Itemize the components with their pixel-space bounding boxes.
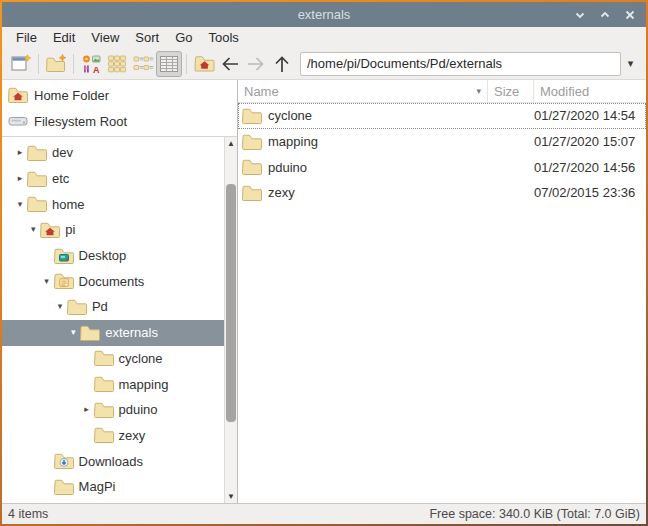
place-home-folder[interactable]: Home Folder <box>2 82 237 108</box>
maximize-button[interactable] <box>597 7 613 23</box>
tree-item-zexy[interactable]: zexy <box>2 423 224 449</box>
tree-item-label: mapping <box>119 377 169 392</box>
expander-expanded-icon[interactable]: ▾ <box>13 200 27 209</box>
expander-expanded-icon[interactable]: ▾ <box>66 328 80 337</box>
tree-item-label: Downloads <box>79 454 143 469</box>
expander-expanded-icon[interactable]: ▾ <box>53 302 67 311</box>
new-folder-button[interactable] <box>43 51 69 77</box>
thumbnail-view-icon: A <box>80 53 102 75</box>
chevron-down-icon <box>574 9 586 21</box>
column-header-name[interactable]: Name ▾ <box>238 80 488 102</box>
menu-file[interactable]: File <box>8 28 45 47</box>
new-window-icon <box>10 53 32 75</box>
file-modified-cell: 01/27/2020 14:54 <box>534 108 646 123</box>
folder-icon <box>94 350 114 366</box>
arrow-left-icon <box>219 53 241 75</box>
tree-scrollbar[interactable]: ▲ ▼ <box>224 137 237 503</box>
close-button[interactable] <box>622 7 638 23</box>
expander-expanded-icon[interactable]: ▾ <box>40 277 54 286</box>
svg-text:A: A <box>93 64 100 74</box>
folder-icon <box>94 427 114 443</box>
scrollbar-thumb[interactable] <box>226 184 236 422</box>
new-window-button[interactable] <box>8 51 34 77</box>
home-icon <box>194 55 215 72</box>
toolbar-separator <box>186 54 187 74</box>
column-header-size[interactable]: Size <box>488 80 534 102</box>
tree-item-pd[interactable]: ▾Pd <box>2 294 224 320</box>
tree-item-label: Pd <box>92 299 108 314</box>
icon-view-icon <box>106 53 128 75</box>
main-area: Home FolderFilesystem Root ▸dev▸etc▾home… <box>2 80 646 503</box>
detailed-list-icon <box>158 53 180 75</box>
tree-item-label: cyclone <box>119 351 163 366</box>
column-label: Size <box>494 84 519 99</box>
menu-sort[interactable]: Sort <box>127 28 167 47</box>
downloads-folder-icon <box>54 453 74 469</box>
expander-expanded-icon[interactable]: ▾ <box>26 225 40 234</box>
tree-item-dev[interactable]: ▸dev <box>2 140 224 166</box>
expander-collapsed-icon[interactable]: ▸ <box>13 148 27 157</box>
window-title: externals <box>298 7 351 22</box>
minimize-button[interactable] <box>572 7 588 23</box>
tree-item-pduino[interactable]: ▸pduino <box>2 397 224 423</box>
folder-icon <box>80 325 100 341</box>
detailed-list-view-button[interactable] <box>156 51 182 77</box>
file-row-cyclone[interactable]: cyclone01/27/2020 14:54 <box>238 103 646 129</box>
folder-icon <box>242 108 262 124</box>
folder-icon <box>67 299 87 315</box>
tree-item-label: zexy <box>119 428 146 443</box>
folder-icon <box>242 159 262 175</box>
file-name-label: zexy <box>268 185 295 200</box>
back-button[interactable] <box>217 51 243 77</box>
chevron-up-icon <box>599 9 611 21</box>
folder-icon <box>27 171 47 187</box>
up-button[interactable] <box>269 51 295 77</box>
tree-pane: ▸dev▸etc▾home▾piDesktop▾Documents▾Pd▾ext… <box>2 137 237 503</box>
tree-item-home[interactable]: ▾home <box>2 191 224 217</box>
tree-item-desktop[interactable]: Desktop <box>2 243 224 269</box>
folder-icon <box>242 134 262 150</box>
compact-view-button[interactable] <box>130 51 156 77</box>
tree-item-pi[interactable]: ▾pi <box>2 217 224 243</box>
tree-item-cyclone[interactable]: cyclone <box>2 346 224 372</box>
path-input[interactable] <box>300 52 621 76</box>
menu-edit[interactable]: Edit <box>45 28 83 47</box>
folder-icon <box>94 376 114 392</box>
file-name-cell: mapping <box>238 134 488 150</box>
new-folder-icon <box>45 53 67 75</box>
tree-item-externals[interactable]: ▾externals <box>2 320 224 346</box>
expander-collapsed-icon[interactable]: ▸ <box>13 174 27 183</box>
tree-item-documents[interactable]: ▾Documents <box>2 268 224 294</box>
tree-item-magpi[interactable]: MagPi <box>2 474 224 500</box>
path-dropdown-button[interactable]: ▾ <box>621 52 640 76</box>
file-row-mapping[interactable]: mapping01/27/2020 15:07 <box>238 129 646 155</box>
place-filesystem-root[interactable]: Filesystem Root <box>2 108 237 134</box>
file-row-pduino[interactable]: pduino01/27/2020 14:56 <box>238 154 646 180</box>
documents-folder-icon <box>54 273 74 289</box>
tree-item-downloads[interactable]: Downloads <box>2 448 224 474</box>
titlebar[interactable]: externals <box>2 2 646 27</box>
tree-item-etc[interactable]: ▸etc <box>2 166 224 192</box>
icon-view-button[interactable] <box>104 51 130 77</box>
file-name-label: cyclone <box>268 108 312 123</box>
file-manager-window: externals FileEditViewSortGoTools A ▾ Ho… <box>2 2 646 524</box>
file-row-zexy[interactable]: zexy07/02/2015 23:36 <box>238 180 646 206</box>
menu-view[interactable]: View <box>83 28 127 47</box>
close-icon <box>624 9 636 21</box>
window-frame: externals FileEditViewSortGoTools A ▾ Ho… <box>0 0 648 526</box>
menu-go[interactable]: Go <box>167 28 200 47</box>
tree-item-mapping[interactable]: mapping <box>2 371 224 397</box>
place-label: Home Folder <box>34 88 109 103</box>
thumbnail-view-button[interactable]: A <box>78 51 104 77</box>
home-button[interactable] <box>191 51 217 77</box>
file-rows: cyclone01/27/2020 14:54mapping01/27/2020… <box>238 103 646 206</box>
toolbar-buttons: A <box>8 51 295 77</box>
list-header: Name ▾ Size Modified <box>238 80 646 103</box>
scroll-up-icon[interactable]: ▲ <box>225 137 237 150</box>
menu-tools[interactable]: Tools <box>201 28 247 47</box>
scroll-down-icon[interactable]: ▼ <box>225 490 237 503</box>
column-header-modified[interactable]: Modified <box>534 80 646 102</box>
tree-item-label: pduino <box>119 402 158 417</box>
expander-collapsed-icon[interactable]: ▸ <box>80 405 94 414</box>
file-name-label: pduino <box>268 160 307 175</box>
